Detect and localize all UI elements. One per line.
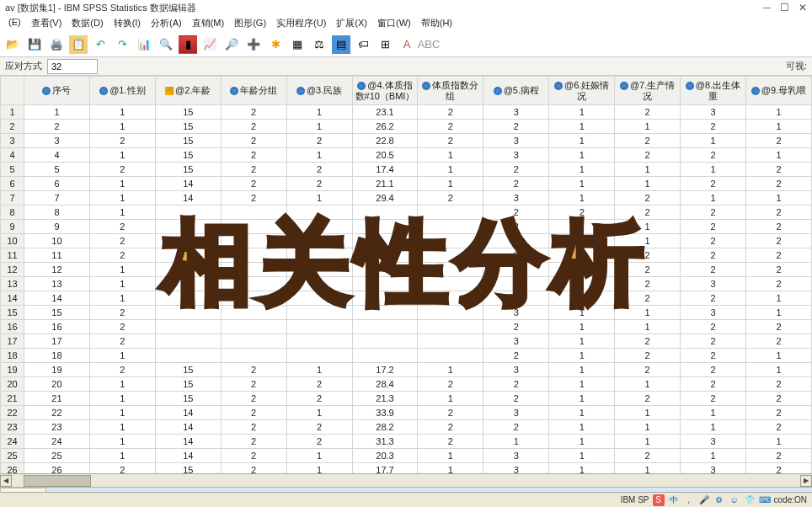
table-row[interactable]: 1717231222 <box>1 334 812 349</box>
row-number[interactable]: 8 <box>1 205 24 220</box>
data-cell[interactable]: 12 <box>24 263 90 277</box>
data-cell[interactable]: 1 <box>681 134 746 148</box>
data-cell[interactable]: 8 <box>24 205 90 220</box>
column-header[interactable]: @8.出生体重 <box>681 77 746 105</box>
data-cell[interactable] <box>221 277 286 291</box>
data-cell[interactable]: 2 <box>89 363 155 377</box>
data-cell[interactable]: 2 <box>745 277 811 291</box>
data-cell[interactable] <box>155 320 221 334</box>
data-cell[interactable]: 2 <box>745 334 811 349</box>
data-cell[interactable]: 2 <box>681 205 746 220</box>
data-cell[interactable]: 2 <box>615 449 681 463</box>
data-cell[interactable] <box>221 205 286 220</box>
data-cell[interactable]: 2 <box>681 148 746 163</box>
data-cell[interactable] <box>352 234 418 248</box>
table-row[interactable]: 1616221122 <box>1 320 812 334</box>
data-cell[interactable]: 3 <box>681 105 746 120</box>
insert-case-icon[interactable]: ➕ <box>244 35 263 54</box>
ime-settings-icon[interactable]: ⚙ <box>713 494 725 506</box>
table-row[interactable]: 1515231131 <box>1 306 812 320</box>
table-row[interactable]: 1212131222 <box>1 263 812 277</box>
data-cell[interactable]: 2 <box>221 406 286 420</box>
row-number[interactable]: 14 <box>1 291 24 306</box>
data-cell[interactable]: 28.2 <box>352 420 418 435</box>
data-cell[interactable]: 28.4 <box>352 377 418 392</box>
data-cell[interactable]: 26 <box>24 463 90 474</box>
data-cell[interactable]: 1 <box>745 120 811 134</box>
data-cell[interactable]: 1 <box>549 120 615 134</box>
data-cell[interactable]: 2 <box>89 320 155 334</box>
row-number[interactable]: 3 <box>1 134 24 148</box>
data-cell[interactable]: 1 <box>549 234 615 248</box>
data-cell[interactable]: 2 <box>286 420 352 435</box>
data-cell[interactable]: 15 <box>155 120 221 134</box>
data-cell[interactable]: 1 <box>89 291 155 306</box>
data-cell[interactable]: 2 <box>681 177 746 191</box>
data-cell[interactable]: 1 <box>549 334 615 349</box>
data-cell[interactable]: 2 <box>221 134 286 148</box>
data-cell[interactable]: 1 <box>549 177 615 191</box>
data-cell[interactable]: 2 <box>89 306 155 320</box>
data-cell[interactable]: 2 <box>221 120 286 134</box>
data-cell[interactable] <box>286 334 352 349</box>
use-sets-icon[interactable]: ⊞ <box>376 35 394 54</box>
table-row[interactable]: 19192152117.2131221 <box>1 363 812 377</box>
data-cell[interactable]: 1 <box>549 291 615 306</box>
data-cell[interactable]: 16 <box>24 320 90 334</box>
data-cell[interactable]: 22.8 <box>352 134 418 148</box>
data-cell[interactable]: 2 <box>681 320 746 334</box>
table-row[interactable]: 23231142228.2221112 <box>1 420 812 435</box>
row-number[interactable]: 6 <box>1 177 24 191</box>
scroll-thumb[interactable] <box>24 475 91 487</box>
data-cell[interactable]: 1 <box>418 392 483 406</box>
data-cell[interactable]: 2 <box>24 120 90 134</box>
data-cell[interactable]: 3 <box>483 449 549 463</box>
data-cell[interactable]: 3 <box>681 306 746 320</box>
data-cell[interactable] <box>221 320 286 334</box>
column-header[interactable]: @3.民族 <box>286 77 352 105</box>
data-cell[interactable] <box>221 234 286 248</box>
column-header[interactable]: @5.病程 <box>483 77 549 105</box>
data-cell[interactable]: 1 <box>615 420 681 435</box>
data-cell[interactable] <box>221 220 286 234</box>
minimize-button[interactable]: ─ <box>763 2 771 13</box>
cell-value-input[interactable]: 32 <box>47 59 98 74</box>
data-cell[interactable]: 20.3 <box>352 449 418 463</box>
row-number[interactable]: 22 <box>1 406 24 420</box>
data-cell[interactable]: 2 <box>89 220 155 234</box>
data-cell[interactable]: 2 <box>89 248 155 263</box>
data-cell[interactable]: 2 <box>89 163 155 177</box>
data-cell[interactable]: 1 <box>549 306 615 320</box>
data-cell[interactable] <box>221 349 286 363</box>
column-header[interactable]: @1.性别 <box>89 77 155 105</box>
data-cell[interactable]: 1 <box>549 420 615 435</box>
data-cell[interactable]: 6 <box>24 177 90 191</box>
data-cell[interactable]: 2 <box>483 163 549 177</box>
data-cell[interactable]: 1 <box>286 148 352 163</box>
data-cell[interactable]: 3 <box>483 363 549 377</box>
data-cell[interactable]: 1 <box>549 148 615 163</box>
data-cell[interactable]: 1 <box>549 406 615 420</box>
data-cell[interactable]: 1 <box>745 363 811 377</box>
data-cell[interactable]: 1 <box>615 406 681 420</box>
data-cell[interactable] <box>418 205 483 220</box>
data-cell[interactable]: 17.2 <box>352 363 418 377</box>
data-cell[interactable]: 2 <box>745 248 811 263</box>
data-cell[interactable] <box>418 320 483 334</box>
data-cell[interactable] <box>286 320 352 334</box>
data-cell[interactable]: 2 <box>615 105 681 120</box>
data-cell[interactable]: 1 <box>681 420 746 435</box>
data-cell[interactable]: 2 <box>745 420 811 435</box>
data-cell[interactable]: 17 <box>24 334 90 349</box>
data-cell[interactable]: 2 <box>483 277 549 291</box>
row-number[interactable]: 9 <box>1 220 24 234</box>
column-header[interactable]: @2.年龄 <box>155 77 221 105</box>
data-cell[interactable]: 15 <box>155 105 221 120</box>
data-cell[interactable]: 3 <box>681 435 746 449</box>
data-cell[interactable]: 1 <box>286 406 352 420</box>
ime-mic-icon[interactable]: 🎤 <box>698 494 710 506</box>
data-cell[interactable]: 2 <box>483 291 549 306</box>
data-cell[interactable]: 15 <box>155 134 221 148</box>
goto-var-icon[interactable]: 🔍 <box>157 35 175 54</box>
data-cell[interactable]: 2 <box>615 334 681 349</box>
